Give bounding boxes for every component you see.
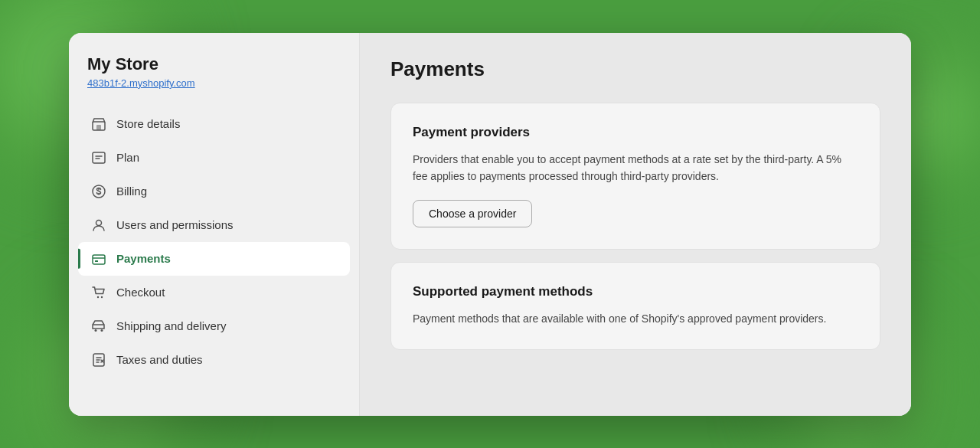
sidebar-item-label: Shipping and delivery <box>116 319 226 332</box>
taxes-icon <box>90 352 107 368</box>
svg-point-7 <box>97 296 99 298</box>
sidebar-item-users-permissions[interactable]: Users and permissions <box>78 208 350 242</box>
store-url[interactable]: 483b1f-2.myshopify.com <box>87 77 341 89</box>
svg-rect-5 <box>93 255 105 264</box>
sidebar: My Store 483b1f-2.myshopify.com Store de… <box>69 33 360 416</box>
svg-point-8 <box>101 296 103 298</box>
sidebar-item-label: Taxes and duties <box>116 353 203 366</box>
sidebar-item-store-details[interactable]: Store details <box>78 107 350 141</box>
svg-rect-6 <box>95 260 98 262</box>
store-name: My Store <box>87 54 341 74</box>
sidebar-item-payments[interactable]: Payments <box>78 242 350 276</box>
page-title: Payments <box>390 57 880 81</box>
users-icon <box>90 217 107 234</box>
svg-point-4 <box>96 220 102 225</box>
main-window: My Store 483b1f-2.myshopify.com Store de… <box>69 33 911 416</box>
supported-payment-methods-title: Supported payment methods <box>413 284 858 299</box>
main-content: Payments Payment providers Providers tha… <box>360 33 911 416</box>
payment-providers-card: Payment providers Providers that enable … <box>390 103 880 250</box>
sidebar-item-shipping-delivery[interactable]: Shipping and delivery <box>78 309 350 343</box>
sidebar-item-plan[interactable]: Plan <box>78 141 350 175</box>
svg-rect-1 <box>96 125 101 130</box>
supported-payment-methods-subtitle: Payment methods that are available with … <box>413 310 858 327</box>
sidebar-item-label: Checkout <box>116 286 165 299</box>
sidebar-item-label: Payments <box>116 252 171 265</box>
shipping-icon <box>90 318 107 335</box>
payments-icon <box>90 250 107 267</box>
sidebar-item-billing[interactable]: Billing <box>78 175 350 208</box>
store-info: My Store 483b1f-2.myshopify.com <box>69 54 359 107</box>
checkout-icon <box>90 284 107 301</box>
sidebar-item-checkout[interactable]: Checkout <box>78 276 350 309</box>
svg-point-9 <box>95 329 97 332</box>
payment-providers-title: Payment providers <box>413 125 858 140</box>
choose-provider-button[interactable]: Choose a provider <box>413 200 532 227</box>
sidebar-nav: Store details Plan <box>69 107 359 377</box>
sidebar-item-label: Store details <box>116 117 180 130</box>
sidebar-item-label: Users and permissions <box>116 218 234 231</box>
store-icon <box>90 116 107 132</box>
sidebar-item-label: Billing <box>116 185 147 198</box>
plan-icon <box>90 149 107 166</box>
svg-rect-2 <box>93 152 105 163</box>
supported-payment-methods-card: Supported payment methods Payment method… <box>390 262 880 349</box>
payment-providers-description: Providers that enable you to accept paym… <box>413 151 858 185</box>
sidebar-item-taxes-duties[interactable]: Taxes and duties <box>78 343 350 377</box>
billing-icon <box>90 183 107 200</box>
svg-point-10 <box>101 329 103 332</box>
sidebar-item-label: Plan <box>116 151 139 164</box>
